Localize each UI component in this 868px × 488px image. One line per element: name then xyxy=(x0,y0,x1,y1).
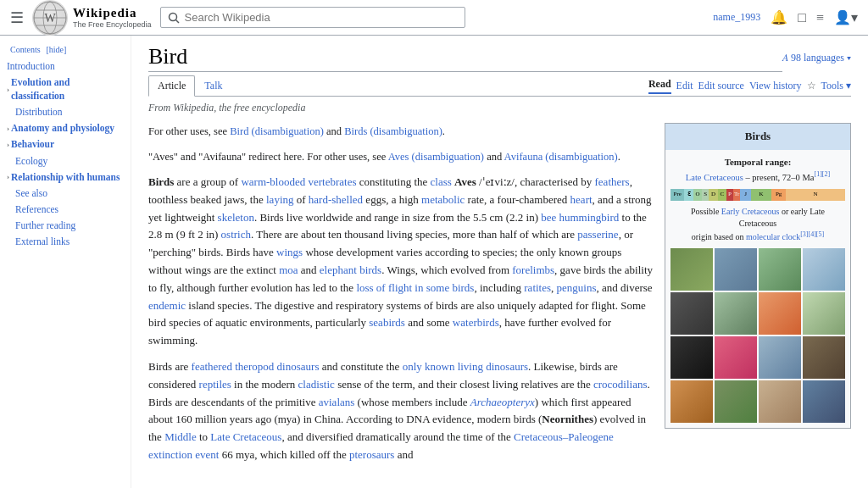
toc-link-references[interactable]: References xyxy=(15,204,58,214)
link-hardshelled[interactable]: hard-shelled xyxy=(309,193,363,206)
bird-image-1[interactable] xyxy=(670,248,713,291)
tab-edit-source[interactable]: Edit source xyxy=(698,80,744,92)
bird-image-3[interactable] xyxy=(759,248,801,291)
toc-link-evolution[interactable]: Evolution and classification xyxy=(11,75,124,103)
link-crocodilians[interactable]: crocodilians xyxy=(593,378,648,391)
tabs-left: Article Talk xyxy=(148,75,231,96)
list-item[interactable]: Further reading xyxy=(7,219,124,232)
link-moa[interactable]: moa xyxy=(279,263,298,276)
link-reptiles[interactable]: reptiles xyxy=(199,378,231,391)
list-item[interactable]: Introduction xyxy=(7,59,124,73)
geo-c: C xyxy=(718,189,726,201)
link-warmblooded[interactable]: warm-blooded vertebrates xyxy=(241,175,356,188)
link-ratites[interactable]: ratites xyxy=(524,281,551,294)
link-loss-of-flight[interactable]: loss of flight in some birds xyxy=(356,281,474,294)
bird-image-16[interactable] xyxy=(803,380,845,423)
tools-menu[interactable]: Tools ▾ xyxy=(821,80,852,92)
bird-image-2[interactable] xyxy=(715,248,757,291)
link-skeleton[interactable]: skeleton xyxy=(218,211,254,224)
svg-text:W: W xyxy=(44,12,56,25)
link-laying[interactable]: laying xyxy=(266,193,294,206)
link-cladistic[interactable]: cladistic xyxy=(298,378,335,391)
link-ostrich[interactable]: ostrich xyxy=(221,228,251,241)
link-archaeopteryx[interactable]: Archaeopteryx xyxy=(470,396,535,408)
geo-d: D xyxy=(709,189,717,201)
bird-image-4[interactable] xyxy=(803,248,845,291)
link-avialans[interactable]: avialans xyxy=(319,396,355,408)
star-icon[interactable]: ☆ xyxy=(807,80,816,92)
toc-link-external[interactable]: External links xyxy=(15,236,70,247)
link-forelimbs[interactable]: forelimbs xyxy=(512,263,554,276)
tab-read[interactable]: Read xyxy=(648,78,671,94)
bird-image-8[interactable] xyxy=(803,292,845,335)
link-avifauna-disambig[interactable]: Avifauna (disambiguation) xyxy=(504,151,618,163)
watchlist-icon[interactable]: □ xyxy=(798,10,806,25)
bird-image-15[interactable] xyxy=(759,380,801,423)
bird-image-5[interactable] xyxy=(670,292,713,335)
link-late-cretaceous[interactable]: Late Cretaceous xyxy=(210,430,281,443)
tab-edit[interactable]: Edit xyxy=(676,80,693,92)
bird-image-6[interactable] xyxy=(715,292,757,335)
tab-view-history[interactable]: View history xyxy=(749,80,802,92)
link-bee-hummingbird[interactable]: bee hummingbird xyxy=(541,211,619,224)
list-item[interactable]: › Evolution and classification xyxy=(7,75,124,103)
tab-article[interactable]: Article xyxy=(148,75,195,97)
link-pterosaurs[interactable]: pterosaurs xyxy=(349,448,394,461)
toc-link-anatomy[interactable]: Anatomy and physiology xyxy=(11,121,114,135)
link-only-known[interactable]: only known living dinosaurs xyxy=(403,360,528,373)
bird-image-11[interactable] xyxy=(759,336,801,379)
contributions-icon[interactable]: ≡ xyxy=(816,10,824,25)
bird-image-10[interactable] xyxy=(715,336,757,379)
bird-image-7[interactable] xyxy=(759,292,801,335)
user-menu-icon[interactable]: 👤▾ xyxy=(834,9,858,25)
link-metabolic[interactable]: metabolic xyxy=(421,193,465,206)
toc-link-further[interactable]: Further reading xyxy=(15,220,75,230)
geo-bar: Pre Ɛ O S D C P Tr J K Pg xyxy=(670,189,845,201)
bird-image-14[interactable] xyxy=(715,380,757,423)
bird-image-9[interactable] xyxy=(670,336,713,379)
hamburger-menu[interactable]: ☰ xyxy=(10,8,24,27)
toc-link-relations[interactable]: Relationship with humans xyxy=(11,170,120,184)
link-heart[interactable]: heart xyxy=(570,193,593,206)
link-class[interactable]: class xyxy=(431,175,452,188)
tab-talk[interactable]: Talk xyxy=(195,75,231,97)
link-bird-disambig[interactable]: Bird (disambiguation) xyxy=(230,125,324,137)
list-item[interactable]: › Behaviour xyxy=(7,137,124,151)
username-link[interactable]: name_1993 xyxy=(713,11,760,24)
link-feathered-theropod[interactable]: feathered theropod dinosaurs xyxy=(192,360,320,373)
notification-icon[interactable]: 🔔 xyxy=(771,9,787,25)
bird-image-13[interactable] xyxy=(670,380,713,423)
link-middle[interactable]: Middle xyxy=(164,430,197,443)
toc-hide-btn[interactable]: [hide] xyxy=(46,45,66,54)
toc-link-distribution[interactable]: Distribution xyxy=(15,107,63,117)
list-item[interactable]: › Relationship with humans xyxy=(7,170,124,184)
header: ☰ W Wikipedia The Free Encyclopedia name… xyxy=(0,0,868,36)
search-input[interactable] xyxy=(185,11,458,24)
link-elephant-birds[interactable]: elephant birds xyxy=(320,263,381,276)
list-item[interactable]: › Anatomy and physiology xyxy=(7,121,124,135)
language-link[interactable]: 𝐴 98 languages ▾ xyxy=(782,52,851,64)
list-item[interactable]: Ecology xyxy=(7,154,124,168)
link-penguins[interactable]: penguins xyxy=(557,281,597,294)
link-passerine[interactable]: passerine xyxy=(577,228,618,241)
list-item[interactable]: Distribution xyxy=(7,105,124,119)
article-header-bar: Bird 𝐴 98 languages ▾ xyxy=(148,44,851,72)
link-endemic[interactable]: endemic xyxy=(148,299,186,312)
geo-k: K xyxy=(751,189,772,201)
toc-link-seealso[interactable]: See also xyxy=(15,188,47,198)
toc-link-ecology[interactable]: Ecology xyxy=(15,156,47,166)
list-item[interactable]: References xyxy=(7,202,124,216)
link-waterbirds[interactable]: waterbirds xyxy=(453,316,499,329)
toc-link-behaviour[interactable]: Behaviour xyxy=(11,137,54,151)
toc-link-intro[interactable]: Introduction xyxy=(7,61,55,71)
link-wings[interactable]: wings xyxy=(276,246,303,258)
link-birds-disambig[interactable]: Birds (disambiguation) xyxy=(344,125,442,137)
link-aves-disambig[interactable]: Aves (disambiguation) xyxy=(388,151,484,163)
bird-image-12[interactable] xyxy=(803,336,845,379)
list-item[interactable]: See also xyxy=(7,186,124,200)
logo-area[interactable]: W Wikipedia The Free Encyclopedia xyxy=(32,0,152,36)
list-item[interactable]: External links xyxy=(7,235,124,248)
link-seabirds[interactable]: seabirds xyxy=(369,316,405,329)
link-feathers[interactable]: feathers xyxy=(595,175,630,188)
search-bar[interactable] xyxy=(160,7,465,28)
